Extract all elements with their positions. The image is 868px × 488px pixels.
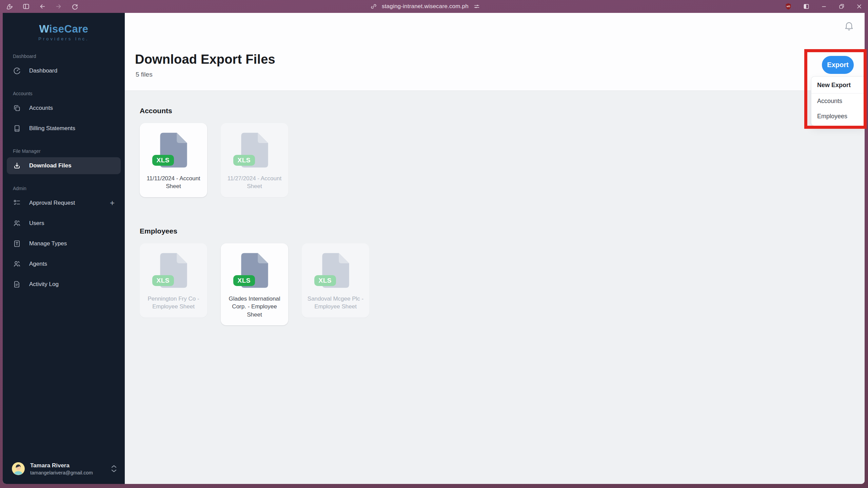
forward-icon[interactable] <box>55 3 62 10</box>
user-menu[interactable]: Tamara Rivera tamangelarivera@gmail.com <box>3 456 125 484</box>
close-icon[interactable] <box>856 3 863 10</box>
type-book-icon <box>13 240 21 248</box>
browser-logo-icon[interactable] <box>5 2 14 11</box>
file-card[interactable]: XLS 11/27/2024 - Account Sheet <box>221 123 288 197</box>
file-card[interactable]: XLS Pennington Fry Co - Employee Sheet <box>140 243 207 318</box>
page-header: Download Export Files 5 files Export <box>125 13 865 91</box>
sidebar-item-label: Activity Log <box>29 281 59 288</box>
section-label-dashboard: Dashboard <box>13 54 115 59</box>
app-logo-subtitle: Providers Inc. <box>3 36 125 41</box>
url-text: staging-intranet.wisecare.com.ph <box>382 3 469 10</box>
link-icon <box>370 3 377 10</box>
sidebar-item-download-files[interactable]: Download Files <box>7 157 121 174</box>
section-title: Employees <box>140 227 850 235</box>
file-count: 5 files <box>136 71 153 78</box>
sidebar-toggle-icon[interactable] <box>22 3 30 10</box>
accounts-section: Accounts XLS 11/11/2024 - Account Sheet <box>140 107 850 197</box>
gauge-icon <box>13 67 21 75</box>
sidebar: WiseCare Providers Inc. Dashboard Dashbo… <box>3 13 125 484</box>
sidebar-item-label: Billing Statements <box>29 125 75 132</box>
xls-badge: XLS <box>152 155 174 166</box>
main-content: Download Export Files 5 files Export New… <box>125 13 865 484</box>
browser-topbar: staging-intranet.wisecare.com.ph uO <box>0 0 868 13</box>
xls-badge: XLS <box>233 275 255 286</box>
plus-icon[interactable]: + <box>110 199 115 207</box>
file-name: 11/27/2024 - Account Sheet <box>226 175 283 190</box>
section-label-file-manager: File Manager <box>13 148 115 154</box>
agents-icon <box>13 260 21 268</box>
section-label-accounts: Accounts <box>13 91 115 96</box>
app-window: WiseCare Providers Inc. Dashboard Dashbo… <box>3 13 865 484</box>
chevron-up-down-icon[interactable] <box>111 464 117 473</box>
app-logo: WiseCare Providers Inc. <box>3 23 125 41</box>
svg-text:uO: uO <box>787 5 790 8</box>
sidebar-item-label: Agents <box>29 261 47 267</box>
sidebar-item-approval-request[interactable]: Approval Request + <box>7 195 121 211</box>
split-view-icon[interactable] <box>803 3 810 10</box>
sidebar-item-label: Dashboard <box>29 67 57 74</box>
file-name: 11/11/2024 - Account Sheet <box>145 175 202 190</box>
logo-w: W <box>39 23 49 35</box>
file-name: Pennington Fry Co - Employee Sheet <box>145 295 202 311</box>
sidebar-item-activity-log[interactable]: Activity Log <box>7 276 121 293</box>
file-card[interactable]: XLS 11/11/2024 - Account Sheet <box>140 123 207 197</box>
sidebar-item-billing-statements[interactable]: Billing Statements <box>7 120 121 137</box>
sidebar-item-dashboard[interactable]: Dashboard <box>7 62 121 79</box>
checklist-icon <box>13 199 21 207</box>
sidebar-item-agents[interactable]: Agents <box>7 256 121 272</box>
minimize-icon[interactable] <box>821 3 827 10</box>
user-email: tamangelarivera@gmail.com <box>30 470 93 476</box>
restore-window-icon[interactable] <box>838 3 845 10</box>
section-label-admin: Admin <box>13 186 115 191</box>
file-icon: XLS <box>320 251 351 289</box>
export-menu-item-employees[interactable]: Employees <box>811 109 865 126</box>
sidebar-item-accounts[interactable]: Accounts <box>7 100 121 117</box>
sidebar-item-manage-types[interactable]: Manage Types <box>7 235 121 252</box>
copy-icon <box>13 104 21 112</box>
sidebar-item-label: Accounts <box>29 105 53 111</box>
ublock-shield-icon[interactable]: uO <box>785 3 792 10</box>
file-name: Sandoval Mcgee Plc - Employee Sheet <box>307 295 364 311</box>
file-card[interactable]: XLS Glades International Corp. - Employe… <box>221 243 288 325</box>
notification-bell-icon[interactable] <box>844 20 854 31</box>
export-dropdown-header: New Export <box>811 77 865 94</box>
export-button[interactable]: Export <box>822 56 854 74</box>
user-name: Tamara Rivera <box>30 462 93 469</box>
avatar <box>12 462 25 475</box>
sidebar-item-users[interactable]: Users <box>7 215 121 232</box>
export-menu-item-accounts[interactable]: Accounts <box>811 94 865 109</box>
sidebar-item-label: Approval Request <box>29 200 75 206</box>
export-dropdown: New Export Accounts Employees <box>811 76 865 126</box>
book-icon <box>13 124 21 133</box>
sidebar-item-label: Users <box>29 220 44 227</box>
reload-icon[interactable] <box>71 3 78 10</box>
app-logo-title: WiseCare <box>3 23 125 35</box>
file-card[interactable]: XLS Sandoval Mcgee Plc - Employee Sheet <box>302 243 369 318</box>
download-icon <box>13 162 21 170</box>
page-title: Download Export Files <box>135 52 275 67</box>
sidebar-nav: Dashboard Dashboard Accounts Accounts <box>3 46 125 296</box>
section-title: Accounts <box>140 107 850 115</box>
employees-section: Employees XLS Pennington Fry Co - Employ… <box>140 227 850 325</box>
file-icon: XLS <box>158 251 189 289</box>
sidebar-item-label: Manage Types <box>29 240 67 247</box>
tune-icon[interactable] <box>473 3 480 10</box>
users-icon <box>13 219 21 227</box>
file-list-area: Accounts XLS 11/11/2024 - Account Sheet <box>125 91 865 484</box>
file-text-icon <box>13 280 21 288</box>
file-icon: XLS <box>158 131 189 169</box>
file-name: Glades International Corp. - Employee Sh… <box>226 295 283 319</box>
xls-badge: XLS <box>314 275 336 286</box>
file-icon: XLS <box>239 251 270 289</box>
xls-badge: XLS <box>233 155 255 166</box>
file-icon: XLS <box>239 131 270 169</box>
xls-badge: XLS <box>152 275 174 286</box>
back-icon[interactable] <box>39 3 46 10</box>
sidebar-item-label: Download Files <box>29 162 72 169</box>
address-bar[interactable]: staging-intranet.wisecare.com.ph <box>370 0 480 13</box>
